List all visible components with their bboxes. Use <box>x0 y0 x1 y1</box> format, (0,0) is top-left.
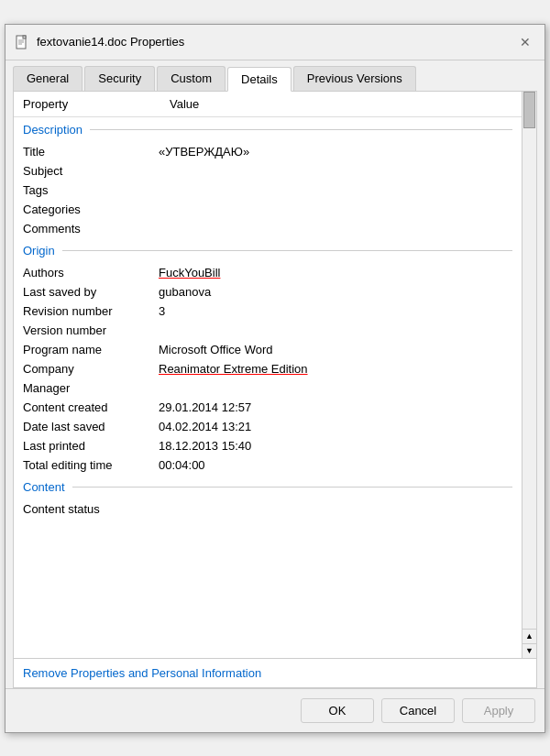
table-row: Last printed 18.12.2013 15:40 <box>14 436 522 455</box>
table-row: Authors FuckYouBill <box>14 263 522 282</box>
remove-properties-link[interactable]: Remove Properties and Personal Informati… <box>23 666 261 680</box>
section-content-label: Content <box>23 480 65 494</box>
prop-name-subject: Subject <box>23 164 159 178</box>
prop-name-last-printed: Last printed <box>23 439 159 453</box>
tab-general[interactable]: General <box>13 66 82 91</box>
window-title: fextovanie14.doc Properties <box>37 35 184 49</box>
table-container: Property Value Description Title «УТВЕРЖ… <box>14 92 536 658</box>
prop-value-date-last-saved: 04.02.2014 13:21 <box>159 420 512 433</box>
props-body[interactable]: Description Title «УТВЕРЖДАЮ» Subject Ta… <box>14 117 536 654</box>
properties-window: fextovanie14.doc Properties ✕ General Se… <box>5 24 545 733</box>
table-row: Categories <box>14 200 522 219</box>
tabs-bar: General Security Custom Details Previous… <box>6 60 544 91</box>
scrollbar-up-button[interactable]: ▲ <box>522 629 536 643</box>
buttons-bar: OK Cancel Apply <box>6 688 544 732</box>
scrollbar-down-button[interactable]: ▼ <box>522 643 536 658</box>
prop-value-authors: FuckYouBill <box>159 266 512 279</box>
prop-name-tags: Tags <box>23 183 159 197</box>
prop-value-title: «УТВЕРЖДАЮ» <box>159 145 512 159</box>
prop-value-last-printed: 18.12.2013 15:40 <box>159 439 512 453</box>
prop-value-last-saved-by: gubanova <box>159 285 512 299</box>
scrollbar-thumb[interactable] <box>523 92 535 128</box>
scrollbar[interactable]: ▲ ▼ <box>522 92 536 658</box>
document-icon <box>15 35 29 49</box>
prop-name-last-saved-by: Last saved by <box>23 285 159 299</box>
prop-name-company: Company <box>23 362 159 376</box>
section-content-line <box>72 487 512 488</box>
tab-previous-versions[interactable]: Previous Versions <box>293 66 416 91</box>
table-row: Subject <box>14 161 522 181</box>
col-property-header: Property <box>23 97 170 111</box>
table-row: Version number <box>14 321 522 340</box>
titlebar: fextovanie14.doc Properties ✕ <box>6 25 544 60</box>
table-row: Title «УТВЕРЖДАЮ» <box>14 142 522 161</box>
table-row: Date last saved 04.02.2014 13:21 <box>14 417 522 436</box>
tab-security[interactable]: Security <box>84 66 155 91</box>
titlebar-left: fextovanie14.doc Properties <box>15 35 184 49</box>
prop-name-comments: Comments <box>23 222 159 236</box>
prop-name-authors: Authors <box>23 266 159 279</box>
prop-name-total-editing: Total editing time <box>23 458 159 472</box>
table-row: Comments <box>14 219 522 238</box>
prop-name-title: Title <box>23 145 159 159</box>
col-value-header: Value <box>170 97 512 111</box>
svg-rect-1 <box>23 36 26 38</box>
table-row: Company Reanimator Extreme Edition <box>14 359 522 378</box>
prop-name-content-created: Content created <box>23 400 159 414</box>
section-description-label: Description <box>23 123 82 137</box>
prop-name-categories: Categories <box>23 203 159 216</box>
section-description-header: Description <box>14 117 522 142</box>
close-button[interactable]: ✕ <box>515 32 535 52</box>
table-row: Last saved by gubanova <box>14 282 522 301</box>
section-description-line <box>90 129 512 130</box>
prop-name-content-status: Content status <box>23 502 159 516</box>
table-row: Program name Microsoft Office Word <box>14 340 522 359</box>
prop-name-version: Version number <box>23 323 159 337</box>
tab-details[interactable]: Details <box>227 67 292 92</box>
table-row: Content created 29.01.2014 12:57 <box>14 398 522 417</box>
cancel-button[interactable]: Cancel <box>381 698 455 723</box>
table-row: Content status <box>14 499 522 519</box>
table-row: Manager <box>14 378 522 398</box>
prop-name-date-last-saved: Date last saved <box>23 420 159 433</box>
prop-value-content-created: 29.01.2014 12:57 <box>159 400 512 414</box>
ok-button[interactable]: OK <box>301 698 374 723</box>
table-header: Property Value <box>14 92 536 117</box>
tab-custom[interactable]: Custom <box>157 66 226 91</box>
apply-button[interactable]: Apply <box>462 698 535 723</box>
prop-value-program: Microsoft Office Word <box>159 343 512 356</box>
table-row: Revision number 3 <box>14 301 522 321</box>
prop-value-company: Reanimator Extreme Edition <box>159 362 512 376</box>
prop-name-program: Program name <box>23 343 159 356</box>
prop-name-manager: Manager <box>23 381 159 395</box>
section-origin-header: Origin <box>14 238 522 263</box>
section-origin-line <box>62 250 512 251</box>
section-origin-label: Origin <box>23 244 55 257</box>
content-panel: Property Value Description Title «УТВЕРЖ… <box>13 91 537 659</box>
prop-value-total-editing: 00:04:00 <box>159 458 512 472</box>
table-row: Total editing time 00:04:00 <box>14 455 522 475</box>
table-row: Tags <box>14 181 522 200</box>
footer-link-area: Remove Properties and Personal Informati… <box>13 659 537 688</box>
prop-name-revision: Revision number <box>23 304 159 318</box>
prop-value-revision: 3 <box>159 304 512 318</box>
section-content-header: Content <box>14 475 522 499</box>
